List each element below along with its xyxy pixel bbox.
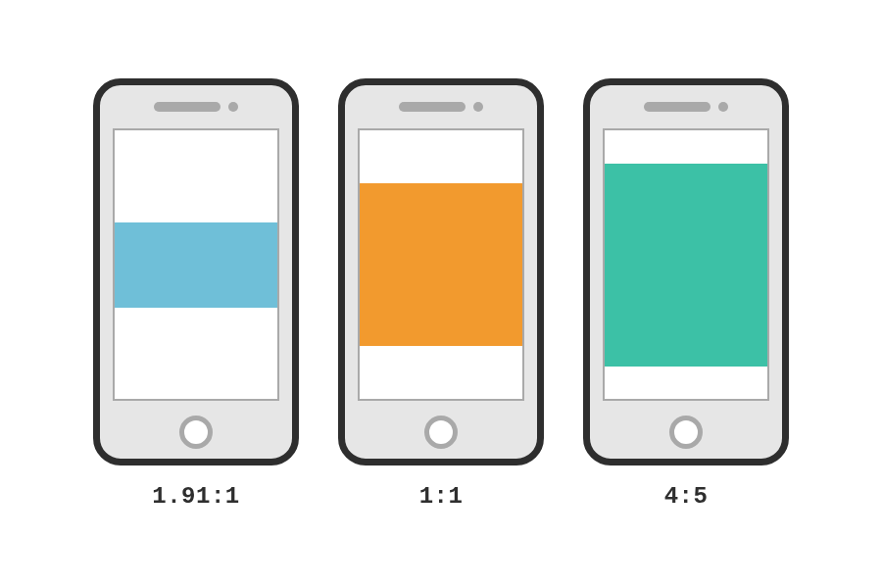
phone-portrait [583, 78, 789, 466]
phone-screen [358, 128, 524, 401]
camera-icon [228, 102, 238, 112]
phone-square-container: 1:1 [338, 78, 544, 510]
phone-square [338, 78, 544, 466]
aspect-box-square [360, 183, 522, 346]
phone-top-bar [590, 85, 782, 128]
home-button-icon [424, 416, 458, 449]
ratio-label-landscape: 1.91:1 [152, 483, 239, 510]
camera-icon [473, 102, 483, 112]
phone-landscape-container: 1.91:1 [93, 78, 299, 510]
speaker-icon [154, 102, 220, 112]
aspect-box-landscape [115, 222, 277, 308]
phone-screen [113, 128, 279, 401]
phone-landscape [93, 78, 299, 466]
speaker-icon [644, 102, 710, 112]
home-button-icon [179, 416, 213, 449]
speaker-icon [399, 102, 466, 112]
aspect-box-portrait [605, 164, 767, 367]
camera-icon [718, 102, 728, 112]
phone-screen [603, 128, 769, 401]
phone-portrait-container: 4:5 [583, 78, 789, 510]
ratio-label-portrait: 4:5 [664, 483, 709, 510]
ratio-label-square: 1:1 [419, 483, 464, 510]
phone-top-bar [345, 85, 537, 128]
phone-top-bar [100, 85, 292, 128]
home-button-icon [669, 416, 703, 449]
